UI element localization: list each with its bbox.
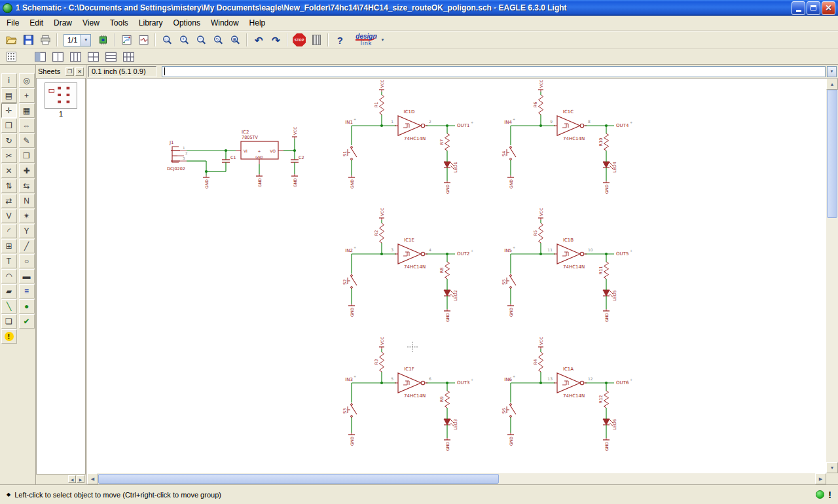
change-tool-button[interactable]: ✎ bbox=[19, 134, 35, 148]
zoom-fit-button[interactable]: ▭ bbox=[159, 33, 175, 47]
copy-tool-button[interactable]: ❐ bbox=[1, 118, 17, 133]
open-file-button[interactable] bbox=[3, 33, 19, 47]
open-schematic-button[interactable] bbox=[136, 33, 151, 47]
rotate-tool-button[interactable]: ↻ bbox=[1, 134, 17, 148]
sheets-scroll-right-button[interactable]: ▶ bbox=[77, 475, 84, 483]
help-button[interactable]: ? bbox=[332, 33, 348, 47]
split-tool-button[interactable]: Y bbox=[19, 224, 35, 238]
stop-button[interactable]: STOP bbox=[291, 33, 307, 47]
junction-tool-button[interactable]: ● bbox=[19, 299, 35, 314]
add-tool-button[interactable]: ✚ bbox=[19, 164, 35, 178]
menu-view[interactable]: View bbox=[77, 16, 105, 29]
view-layout-button-1[interactable] bbox=[32, 50, 48, 64]
vscroll-up-button[interactable]: ▲ bbox=[826, 79, 838, 90]
inverter-cell-IC1A[interactable]: R4R12VCCGNDGND1312IC1A74HC14NLED6S6IN6+O… bbox=[501, 337, 632, 451]
vscroll-down-button[interactable]: ▼ bbox=[826, 462, 838, 473]
horizontal-scrollbar[interactable]: ◀ ▶ bbox=[87, 473, 838, 484]
menu-tools[interactable]: Tools bbox=[105, 16, 134, 29]
info-tool-button[interactable]: i bbox=[1, 73, 17, 88]
sheet-selector[interactable]: 1/1 ▼ bbox=[64, 34, 91, 46]
delete-tool-button[interactable]: ✕ bbox=[1, 164, 17, 178]
circle-tool-button[interactable]: ○ bbox=[19, 254, 35, 268]
power-supply-section[interactable]: 123J1DCJ0202GNDC1VI+VOGNDIC27805TVGNDVCC… bbox=[167, 127, 304, 189]
vscroll-thumb[interactable] bbox=[827, 90, 837, 218]
open-board-button[interactable] bbox=[118, 33, 134, 47]
display-tool-button[interactable]: ▤ bbox=[1, 88, 17, 103]
sheets-float-button[interactable]: ❐ bbox=[65, 67, 74, 76]
command-history-dropdown[interactable]: ▼ bbox=[827, 66, 837, 77]
sheets-close-button[interactable]: ✕ bbox=[75, 67, 84, 76]
menu-draw[interactable]: Draw bbox=[48, 16, 77, 29]
pinswap-tool-button[interactable]: ⇅ bbox=[1, 179, 17, 193]
view-layout-button-3[interactable] bbox=[67, 50, 83, 64]
print-button[interactable] bbox=[37, 33, 53, 47]
hscroll-track[interactable] bbox=[98, 473, 815, 484]
grid-button[interactable] bbox=[3, 50, 19, 64]
errors-tool-button[interactable]: ! bbox=[1, 329, 17, 344]
use-library-button[interactable] bbox=[95, 33, 111, 47]
sheet-selector-arrow[interactable]: ▼ bbox=[81, 35, 90, 46]
zoom-out-button[interactable]: − bbox=[193, 33, 209, 47]
vscroll-track[interactable] bbox=[826, 90, 838, 462]
bus-tool-button[interactable]: ≡ bbox=[19, 284, 35, 298]
vertical-scrollbar[interactable]: ▲ ▼ bbox=[826, 79, 838, 473]
menu-file[interactable]: File bbox=[1, 16, 24, 29]
menu-options[interactable]: Options bbox=[168, 16, 206, 29]
zoom-in-button[interactable]: + bbox=[176, 33, 192, 47]
cut-tool-button[interactable]: ✂ bbox=[1, 149, 17, 163]
schematic-drawing[interactable]: 123J1DCJ0202GNDC1VI+VOGNDIC27805TVGNDVCC… bbox=[87, 79, 826, 473]
net-tool-button[interactable]: ╲ bbox=[1, 299, 17, 314]
hscroll-left-button[interactable]: ◀ bbox=[87, 473, 98, 484]
smash-tool-button[interactable]: ✴ bbox=[19, 209, 35, 223]
maximize-button[interactable] bbox=[807, 1, 820, 15]
view-layout-button-5[interactable] bbox=[103, 50, 118, 64]
redo-button[interactable]: ↷ bbox=[268, 33, 283, 47]
group-tool-button[interactable]: ▦ bbox=[19, 103, 35, 118]
close-button[interactable]: ✕ bbox=[822, 1, 835, 15]
minimize-button[interactable] bbox=[792, 1, 805, 15]
zoom-redraw-button[interactable]: ↻ bbox=[210, 33, 226, 47]
sheets-scroll-left-button[interactable]: ◀ bbox=[68, 475, 76, 483]
command-input[interactable] bbox=[165, 67, 825, 76]
save-file-button[interactable] bbox=[20, 33, 36, 47]
paste-tool-button[interactable]: ❒ bbox=[19, 149, 35, 163]
menu-window[interactable]: Window bbox=[206, 16, 244, 29]
text-tool-button[interactable]: T bbox=[1, 254, 17, 268]
mirror-tool-button[interactable]: ⇔ bbox=[19, 118, 35, 133]
sheet-thumbnail[interactable] bbox=[45, 82, 77, 109]
inverter-cell-IC1D[interactable]: R1R7VCCGNDGND12IC1D74HC14NLED1S1IN1+OUT1… bbox=[342, 80, 473, 194]
view-layout-button-2[interactable] bbox=[50, 50, 65, 64]
inverter-cell-IC1F[interactable]: R3R9VCCGNDGND56IC1F74HC14NLED3S3IN3+OUT3… bbox=[342, 337, 473, 451]
undo-button[interactable]: ↶ bbox=[251, 33, 266, 47]
inverter-cell-IC1C[interactable]: R6R10VCCGNDGND98IC1C74HC14NLED4S4IN4+OUT… bbox=[501, 80, 632, 194]
zoom-select-button[interactable]: ▦ bbox=[227, 33, 243, 47]
inverter-cell-IC1B[interactable]: R5R11VCCGNDGND1110IC1B74HC14NLED5S5IN5+O… bbox=[501, 208, 632, 322]
menu-help[interactable]: Help bbox=[244, 16, 271, 29]
schematic-canvas[interactable]: 123J1DCJ0202GNDC1VI+VOGNDIC27805TVGNDVCC… bbox=[87, 79, 826, 473]
erc-tool-button[interactable]: ✔ bbox=[19, 314, 35, 329]
inverter-cell-IC1E[interactable]: R2R8VCCGNDGND34IC1E74HC14NLED2S2IN2+OUT2… bbox=[342, 208, 473, 322]
wire-tool-button[interactable]: ╱ bbox=[19, 239, 35, 253]
value-tool-button[interactable]: V bbox=[1, 209, 17, 223]
view-layout-button-6[interactable] bbox=[120, 50, 136, 64]
miter-tool-button[interactable]: ◜ bbox=[1, 224, 17, 238]
command-input-wrap[interactable] bbox=[162, 66, 826, 77]
hscroll-right-button[interactable]: ▶ bbox=[815, 473, 826, 484]
rect-tool-button[interactable]: ▬ bbox=[19, 269, 35, 283]
replace-tool-button[interactable]: ⇆ bbox=[19, 179, 35, 193]
show-tool-button[interactable]: ◎ bbox=[19, 73, 35, 88]
label-tool-button[interactable]: ❏ bbox=[1, 314, 17, 329]
menu-library[interactable]: Library bbox=[134, 16, 168, 29]
polygon-tool-button[interactable]: ▰ bbox=[1, 284, 17, 298]
design-link-dropdown-icon[interactable]: ▼ bbox=[381, 38, 385, 42]
gateswap-tool-button[interactable]: ⇄ bbox=[1, 194, 17, 208]
design-link-button[interactable]: design link ▼ bbox=[353, 33, 384, 46]
run-ulp-button[interactable] bbox=[308, 33, 324, 47]
hscroll-thumb[interactable] bbox=[98, 474, 499, 484]
view-layout-button-4[interactable] bbox=[85, 50, 101, 64]
move-tool-button[interactable]: ✛ bbox=[1, 103, 17, 118]
sheet-number-label[interactable]: 1 bbox=[37, 110, 85, 118]
menu-edit[interactable]: Edit bbox=[24, 16, 48, 29]
arc-tool-button[interactable]: ◠ bbox=[1, 269, 17, 283]
invoke-tool-button[interactable]: ⊞ bbox=[1, 239, 17, 253]
